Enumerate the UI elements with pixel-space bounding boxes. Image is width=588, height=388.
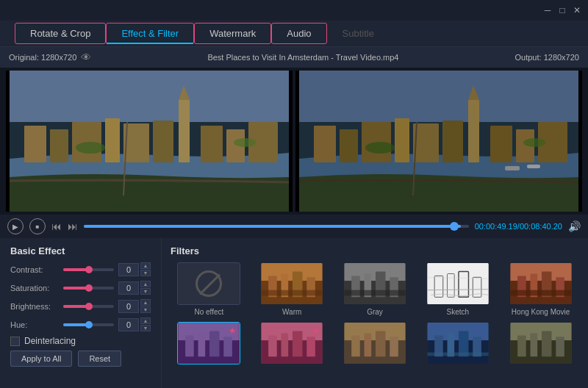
contrast-thumb[interactable] <box>85 266 93 273</box>
filter-item-row2-2[interactable]: ★ <box>254 322 331 367</box>
svg-rect-101 <box>556 337 564 356</box>
filters-grid: No effect Warm <box>171 262 579 367</box>
svg-rect-20 <box>340 129 358 162</box>
filter-item-warm[interactable]: Warm <box>254 262 331 316</box>
brightness-thumb[interactable] <box>85 303 93 310</box>
svg-rect-2 <box>10 71 289 122</box>
svg-rect-83 <box>351 335 360 356</box>
svg-rect-70 <box>198 333 206 356</box>
prev-frame-button[interactable]: ⏮ <box>51 220 62 232</box>
stop-button[interactable]: ■ <box>29 218 46 234</box>
deinterlacing-label: Deinterlacing <box>24 336 76 346</box>
svg-rect-78 <box>293 331 303 357</box>
close-button[interactable]: ✕ <box>572 5 582 15</box>
hue-spinner[interactable]: ▲ ▼ <box>140 317 151 331</box>
svg-rect-71 <box>209 331 220 357</box>
tab-rotate-crop[interactable]: Rotate & Crop <box>15 23 106 44</box>
svg-rect-79 <box>306 337 315 356</box>
tab-audio[interactable]: Audio <box>271 23 326 44</box>
tab-subtitle: Subtitle <box>327 23 390 44</box>
contrast-down[interactable]: ▼ <box>140 270 151 276</box>
preview-eye-icon[interactable]: 👁 <box>81 51 91 63</box>
brightness-spinner[interactable]: ▲ ▼ <box>140 299 151 313</box>
contrast-slider[interactable] <box>63 268 114 271</box>
saturation-slider[interactable] <box>63 287 114 290</box>
minimize-button[interactable]: ─ <box>542 5 553 15</box>
hue-thumb[interactable] <box>85 321 93 328</box>
svg-rect-3 <box>24 126 46 162</box>
brightness-down[interactable]: ▼ <box>140 306 151 313</box>
brightness-slider[interactable] <box>63 305 114 308</box>
filter-item-gray[interactable]: Gray <box>337 262 414 316</box>
bottom-panel: Basic Effect Contrast: ▲ ▼ Saturation: <box>0 238 588 388</box>
tab-effect-filter[interactable]: Effect & Filter <box>106 23 194 44</box>
title-bar: ─ □ ✕ <box>0 0 588 21</box>
filter-item-sketch[interactable]: Sketch <box>419 262 496 316</box>
warm-label: Warm <box>282 308 301 316</box>
svg-rect-27 <box>490 126 512 162</box>
playback-bar: ▶ ■ ⏮ ⏭ 00:00:49.19/00:08:40.20 🔊 <box>0 215 588 238</box>
saturation-up[interactable]: ▲ <box>140 281 151 287</box>
brightness-row: Brightness: ▲ ▼ <box>10 299 151 313</box>
svg-rect-32 <box>505 166 520 170</box>
filename-bar: Original: 1280x720 👁 Best Places to Visi… <box>0 47 588 68</box>
svg-rect-94 <box>427 353 488 356</box>
row2-2-star: ★ <box>312 326 320 336</box>
no-effect-thumbnail <box>177 262 240 305</box>
volume-icon[interactable]: 🔊 <box>568 220 581 232</box>
saturation-spinner[interactable]: ▲ ▼ <box>140 281 151 295</box>
contrast-spinner[interactable]: ▲ ▼ <box>140 262 151 276</box>
maximize-button[interactable]: □ <box>557 5 567 15</box>
hong-kong-thumbnail <box>509 262 573 305</box>
timeline-track[interactable] <box>84 225 469 228</box>
action-buttons: Apply to All Reset <box>10 351 151 367</box>
svg-rect-76 <box>268 335 277 356</box>
filter-item-hong-kong[interactable]: Hong Kong Movie <box>502 262 579 316</box>
timeline-thumb[interactable] <box>450 222 459 231</box>
no-effect-label: No effect <box>194 308 223 316</box>
video-area <box>0 68 588 215</box>
tab-watermark[interactable]: Watermark <box>194 23 271 44</box>
hue-up[interactable]: ▲ <box>140 317 151 324</box>
deinterlacing-checkbox[interactable] <box>10 337 20 346</box>
output-label: Output: 1280x720 <box>515 53 579 62</box>
filter-item-row2-4[interactable] <box>419 322 496 367</box>
svg-point-30 <box>365 142 395 154</box>
brightness-up[interactable]: ▲ <box>140 299 151 306</box>
filter-item-row2-1[interactable]: ★ <box>171 322 248 367</box>
video-preview-original <box>6 71 293 212</box>
svg-rect-69 <box>186 335 195 356</box>
play-button[interactable]: ▶ <box>7 218 24 234</box>
filter-item-row2-3[interactable] <box>337 322 414 367</box>
svg-point-14 <box>76 142 105 154</box>
reset-button[interactable]: Reset <box>78 351 121 367</box>
saturation-row: Saturation: ▲ ▼ <box>10 281 151 295</box>
hue-slider[interactable] <box>63 323 114 326</box>
row2-5-thumbnail <box>509 322 573 364</box>
contrast-value-input[interactable] <box>118 263 139 276</box>
sketch-thumbnail <box>426 262 490 305</box>
hue-down[interactable]: ▼ <box>140 325 151 331</box>
brightness-value-input[interactable] <box>118 300 139 313</box>
svg-rect-72 <box>224 337 233 356</box>
svg-rect-99 <box>530 333 537 356</box>
filters-panel: Filters No effect <box>162 238 588 388</box>
filter-item-row2-5[interactable] <box>502 322 579 367</box>
saturation-thumb[interactable] <box>85 284 93 292</box>
saturation-down[interactable]: ▼ <box>140 288 151 295</box>
apply-to-all-button[interactable]: Apply to All <box>10 351 72 367</box>
contrast-up[interactable]: ▲ <box>140 262 151 269</box>
original-info: Original: 1280x720 👁 <box>9 51 91 63</box>
timeline-fill <box>84 225 461 228</box>
hue-value-input[interactable] <box>118 318 139 331</box>
saturation-value-input[interactable] <box>118 281 139 295</box>
next-frame-button[interactable]: ⏭ <box>68 220 78 232</box>
row2-4-thumbnail <box>426 322 490 364</box>
svg-rect-4 <box>50 129 68 162</box>
time-display: 00:00:49.19/00:08:40.20 <box>475 222 562 231</box>
svg-point-31 <box>523 138 545 147</box>
hong-kong-label: Hong Kong Movie <box>512 308 570 316</box>
svg-rect-33 <box>527 165 540 168</box>
filter-item-no-effect[interactable]: No effect <box>171 262 248 316</box>
svg-rect-41 <box>262 290 323 296</box>
